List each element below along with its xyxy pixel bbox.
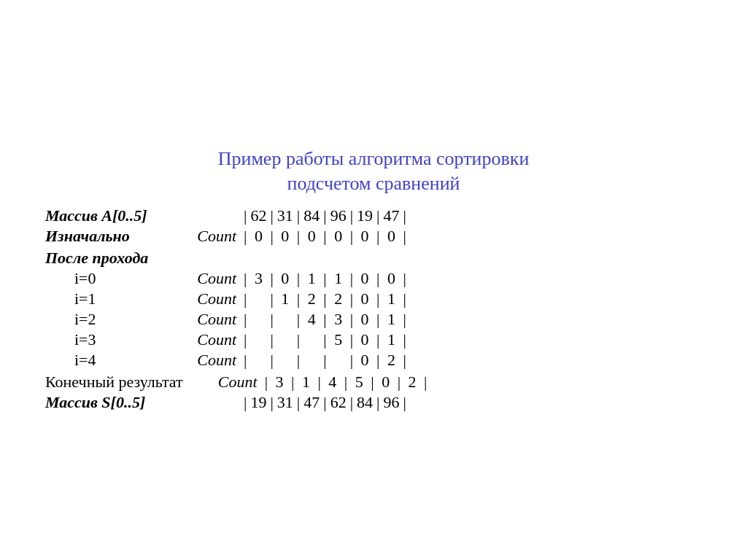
- cell-value: 62: [328, 393, 349, 412]
- iznachalno-label: Изначально: [45, 227, 162, 246]
- pipe: |: [376, 351, 379, 370]
- pipe: |: [317, 373, 320, 392]
- pass-row-0: i=0Count|3|0|1|1|0|0|: [45, 269, 702, 288]
- pipe: |: [350, 393, 353, 412]
- pipe: |: [403, 227, 406, 246]
- cell-value: 96: [381, 393, 401, 412]
- pass-index: i=4: [74, 351, 162, 370]
- pipe: |: [376, 310, 379, 329]
- cell-value: 1: [381, 289, 401, 308]
- pipe: |: [403, 206, 406, 225]
- pipe: |: [350, 289, 353, 308]
- pipe: |: [350, 351, 353, 370]
- pipe: |: [270, 227, 273, 246]
- pipe: |: [323, 393, 326, 412]
- pass-count-word: Count: [162, 289, 242, 308]
- cell-value: 31: [275, 206, 295, 225]
- pipe: |: [270, 393, 273, 412]
- cell-value: 2: [402, 373, 422, 392]
- cell-value: 3: [248, 269, 268, 288]
- cell-value: 47: [301, 393, 322, 412]
- pipe: |: [244, 206, 247, 225]
- pipe: |: [376, 393, 379, 412]
- pass-index: i=0: [74, 269, 162, 288]
- pass-row-1: i=1Count||1|2|2|0|1|: [45, 289, 702, 308]
- pipe: |: [270, 330, 273, 349]
- pipe: |: [376, 227, 379, 246]
- iznachalno-cells: |0|0|0|0|0|0|: [242, 227, 408, 246]
- konechny-cells: |3|1|4|5|0|2|: [263, 373, 429, 392]
- massiv-a-row: Массив A[0..5] |62|31|84|96|19|47|: [45, 206, 702, 225]
- cell-value: 0: [355, 330, 375, 349]
- massiv-s-row: Массив S[0..5] |19|31|47|62|84|96|: [45, 393, 702, 412]
- pipe: |: [297, 330, 300, 349]
- konechny-row: Конечный результат Count |3|1|4|5|0|2|: [45, 373, 702, 392]
- pipe: |: [270, 269, 273, 288]
- cell-value: 1: [295, 373, 316, 392]
- pipe: |: [323, 227, 326, 246]
- pipe: |: [291, 373, 294, 392]
- pipe: |: [376, 289, 379, 308]
- pipe: |: [344, 373, 347, 392]
- cell-value: 0: [275, 269, 295, 288]
- pass-row-2: i=2Count|||4|3|0|1|: [45, 310, 702, 329]
- pipe: |: [398, 373, 400, 392]
- pass-cells: |3|0|1|1|0|0|: [242, 269, 408, 288]
- title-line1: Пример работы алгоритма сортировки: [218, 148, 530, 169]
- cell-value: 1: [301, 269, 322, 288]
- posle-prohoda-label: После прохода: [45, 249, 148, 268]
- massiv-a-cells: |62|31|84|96|19|47|: [242, 206, 408, 225]
- pipe: |: [244, 393, 247, 412]
- cell-value: 4: [322, 373, 343, 392]
- cell-value: 47: [381, 206, 401, 225]
- pipe: |: [323, 310, 326, 329]
- pipe: |: [403, 351, 406, 370]
- cell-value: 0: [355, 310, 375, 329]
- pipe: |: [297, 393, 300, 412]
- pipe: |: [350, 330, 353, 349]
- konechny-label: Конечный результат: [45, 373, 183, 392]
- cell-value: 0: [301, 227, 322, 246]
- pipe: |: [297, 289, 300, 308]
- pipe: |: [270, 206, 273, 225]
- page-title: Пример работы алгоритма сортировки подсч…: [45, 147, 702, 196]
- pass-row-4: i=4Count|||||0|2|: [45, 351, 702, 370]
- pipe: |: [323, 289, 326, 308]
- pipe: |: [424, 373, 427, 392]
- cell-value: 1: [381, 310, 401, 329]
- cell-value: 0: [275, 227, 295, 246]
- cell-value: 0: [381, 269, 401, 288]
- pipe: |: [244, 289, 247, 308]
- massiv-s-label: Массив S[0..5]: [45, 393, 162, 412]
- pipe: |: [297, 227, 300, 246]
- pipe: |: [350, 227, 353, 246]
- pipe: |: [403, 269, 406, 288]
- konechny-count-word: Count: [183, 373, 263, 392]
- cell-value: 3: [328, 310, 349, 329]
- cell-value: 5: [349, 373, 369, 392]
- pipe: |: [270, 310, 273, 329]
- pipe: |: [350, 310, 353, 329]
- pass-index: i=2: [74, 310, 162, 329]
- pipe: |: [297, 206, 300, 225]
- pipe: |: [265, 373, 268, 392]
- cell-value: 62: [248, 206, 268, 225]
- pipe: |: [270, 289, 273, 308]
- pipe: |: [376, 269, 379, 288]
- pipe: |: [323, 206, 326, 225]
- pipe: |: [323, 330, 326, 349]
- pipe: |: [403, 310, 406, 329]
- pipe: |: [403, 289, 406, 308]
- pipe: |: [244, 310, 247, 329]
- pipe: |: [403, 330, 406, 349]
- pass-cells: |||4|3|0|1|: [242, 310, 408, 329]
- cell-value: 3: [269, 373, 290, 392]
- pipe: |: [297, 310, 300, 329]
- pipe: |: [403, 393, 406, 412]
- pass-count-word: Count: [162, 310, 242, 329]
- pass-cells: ||||5|0|1|: [242, 330, 408, 349]
- cell-value: 96: [328, 206, 349, 225]
- cell-value: 0: [328, 227, 349, 246]
- iznachalno-count-word: Count: [162, 227, 242, 246]
- cell-value: 0: [355, 269, 375, 288]
